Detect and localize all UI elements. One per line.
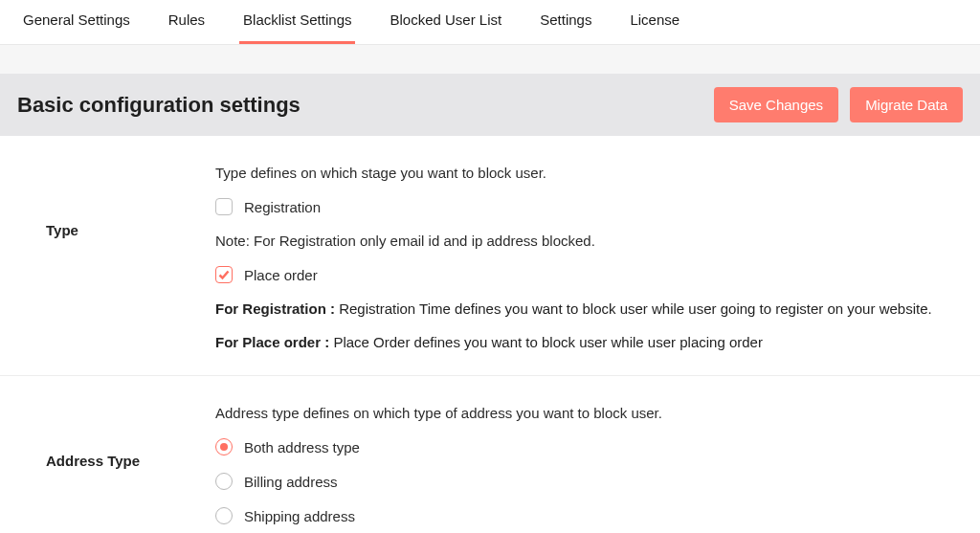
tab-blacklist-settings[interactable]: Blacklist Settings [239,0,355,44]
radio-icon [215,438,233,455]
definition-text: Registration Time defines you want to bl… [339,300,931,317]
page-header: Basic configuration settings Save Change… [0,74,980,136]
option-label: Billing address [244,474,338,490]
type-body: Type defines on which stage you want to … [215,165,980,350]
tab-blocked-user-list[interactable]: Blocked User List [386,0,505,44]
definition-prefix: For Place order : [215,334,333,350]
settings-tabs: General Settings Rules Blacklist Setting… [0,0,980,45]
type-option-registration[interactable]: Registration [215,198,961,215]
type-note: Note: For Registration only email id and… [215,233,961,249]
address-option-billing[interactable]: Billing address [215,473,961,490]
option-label: Place order [244,267,318,283]
option-label: Shipping address [244,508,355,524]
address-option-shipping[interactable]: Shipping address [215,507,961,524]
type-label: Type [0,165,215,350]
migrate-data-button[interactable]: Migrate Data [850,87,963,122]
definition-place-order: For Place order : Place Order defines yo… [215,334,961,350]
checkbox-icon [215,198,233,215]
tab-settings[interactable]: Settings [536,0,595,44]
tab-general-settings[interactable]: General Settings [19,0,134,44]
address-type-label: Address Type [0,405,215,524]
tab-license[interactable]: License [626,0,683,44]
type-row: Type Type defines on which stage you wan… [0,136,980,376]
tab-rules[interactable]: Rules [165,0,209,44]
address-type-body: Address type defines on which type of ad… [215,405,980,524]
address-option-both[interactable]: Both address type [215,438,961,455]
definition-text: Place Order defines you want to block us… [333,334,763,350]
address-type-description: Address type defines on which type of ad… [215,405,961,421]
option-label: Both address type [244,439,360,455]
radio-icon [215,507,233,524]
spacer [0,45,980,74]
checkbox-icon [215,266,233,283]
type-option-place-order[interactable]: Place order [215,266,961,283]
radio-icon [215,473,233,490]
page-title: Basic configuration settings [17,93,301,118]
settings-content: Type Type defines on which stage you wan… [0,136,980,533]
type-description: Type defines on which stage you want to … [215,165,961,181]
header-actions: Save Changes Migrate Data [714,87,963,122]
definition-prefix: For Registration : [215,300,339,317]
save-changes-button[interactable]: Save Changes [714,87,838,122]
address-type-row: Address Type Address type defines on whi… [0,376,980,533]
definition-registration: For Registration : Registration Time def… [215,300,961,317]
option-label: Registration [244,199,321,215]
